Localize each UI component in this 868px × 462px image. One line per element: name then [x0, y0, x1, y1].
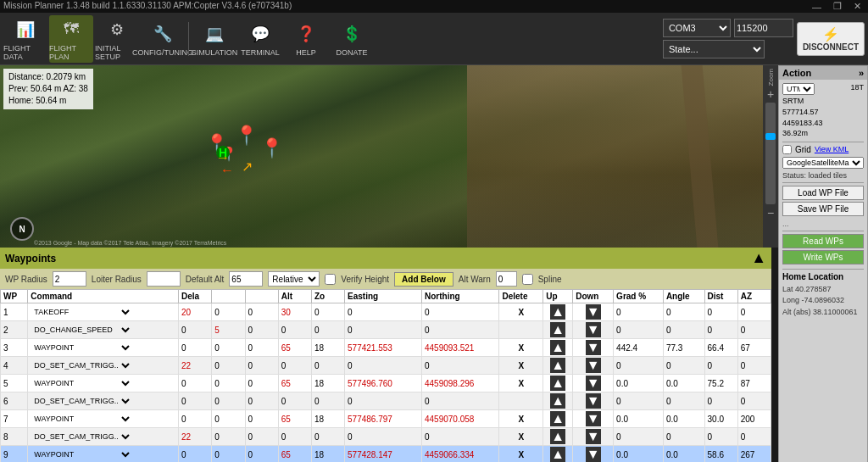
- cell-delete[interactable]: X: [499, 357, 543, 375]
- cell-command[interactable]: DO_SET_CAM_TRIGG...: [28, 428, 179, 446]
- zoom-in-button[interactable]: +: [767, 87, 774, 101]
- up-arrow[interactable]: ▲: [550, 393, 565, 409]
- spline-checkbox[interactable]: [522, 274, 533, 285]
- command-select[interactable]: DO_SET_CAM_TRIGG...: [31, 360, 132, 370]
- cell-command[interactable]: WAYPOINT: [28, 446, 179, 463]
- coord-system-select[interactable]: UTM: [782, 83, 815, 95]
- action-expand-icon[interactable]: »: [859, 68, 864, 78]
- save-wp-button[interactable]: Save WP File: [782, 202, 864, 216]
- help-button[interactable]: ❓ HELP: [284, 15, 328, 63]
- altitude-mode-select[interactable]: Relative Absolute: [268, 271, 320, 287]
- down-arrow[interactable]: ▼: [586, 304, 601, 320]
- cell-delete[interactable]: X: [499, 339, 543, 357]
- default-alt-input[interactable]: [229, 271, 263, 287]
- read-wps-button[interactable]: Read WPs: [782, 234, 864, 248]
- command-select[interactable]: DO_SET_CAM_TRIGG...: [31, 431, 132, 442]
- command-select[interactable]: DO_SET_CAM_TRIGG...: [31, 396, 132, 406]
- cell-command[interactable]: DO_SET_CAM_TRIGG...: [28, 357, 179, 375]
- up-arrow[interactable]: ▲: [550, 447, 565, 462]
- up-arrow[interactable]: ▲: [550, 304, 565, 320]
- cell-delete[interactable]: X: [499, 410, 543, 428]
- down-arrow[interactable]: ▼: [586, 447, 601, 462]
- up-arrow[interactable]: ▲: [550, 376, 565, 391]
- disconnect-button[interactable]: ⚡ DISCONNECT: [797, 22, 865, 56]
- alt-warn-input[interactable]: [496, 271, 517, 287]
- cell-command[interactable]: DO_CHANGE_SPEED: [28, 321, 179, 339]
- view-kml-link[interactable]: View KML: [815, 145, 849, 153]
- flight-data-button[interactable]: 📊 FLIGHT DATA: [3, 15, 47, 63]
- cell-command[interactable]: WAYPOINT: [28, 339, 179, 357]
- cell-delete[interactable]: [499, 321, 543, 339]
- flight-plan-button[interactable]: 🗺 FLIGHT PLAN: [49, 15, 93, 63]
- verify-height-checkbox[interactable]: [325, 274, 336, 285]
- cell-up[interactable]: ▲: [543, 410, 573, 428]
- cell-up[interactable]: ▲: [543, 375, 573, 392]
- command-select[interactable]: WAYPOINT: [31, 449, 132, 459]
- down-arrow[interactable]: ▼: [586, 429, 601, 444]
- cell-delete[interactable]: X: [499, 446, 543, 463]
- cell-command[interactable]: DO_SET_CAM_TRIGG...: [28, 392, 179, 410]
- add-below-button[interactable]: Add Below: [394, 272, 453, 287]
- down-arrow[interactable]: ▼: [586, 376, 601, 391]
- baud-rate-input[interactable]: 115200: [734, 19, 793, 37]
- down-arrow[interactable]: ▼: [586, 322, 601, 337]
- wp-radius-input[interactable]: 2: [53, 271, 86, 287]
- cell-down[interactable]: ▼: [573, 428, 614, 446]
- command-select[interactable]: WAYPOINT: [31, 378, 132, 388]
- minimize-button[interactable]: —: [809, 1, 825, 12]
- grid-checkbox[interactable]: [782, 145, 792, 154]
- map-view[interactable]: 📍 📍 📍 📍 H → ↗ ← N ©2013 Google - Map dat…: [0, 65, 778, 248]
- loiter-radius-input[interactable]: [147, 271, 181, 287]
- close-button[interactable]: ✕: [850, 1, 865, 12]
- down-arrow[interactable]: ▼: [586, 393, 601, 409]
- cell-delete[interactable]: X: [499, 428, 543, 446]
- down-arrow[interactable]: ▼: [586, 411, 601, 426]
- cell-command[interactable]: WAYPOINT: [28, 410, 179, 428]
- cell-command[interactable]: TAKEOFF: [28, 303, 179, 321]
- cell-up[interactable]: ▲: [543, 303, 573, 321]
- waypoints-table-container[interactable]: WP Command Dela Alt Zo Easting Northing …: [0, 289, 771, 462]
- cell-delete[interactable]: X: [499, 303, 543, 321]
- cell-down[interactable]: ▼: [573, 303, 614, 321]
- write-wps-button[interactable]: Write WPs: [782, 250, 864, 264]
- command-select[interactable]: WAYPOINT: [31, 414, 132, 424]
- cell-up[interactable]: ▲: [543, 428, 573, 446]
- cell-up[interactable]: ▲: [543, 392, 573, 410]
- up-arrow[interactable]: ▲: [550, 358, 565, 373]
- cell-down[interactable]: ▼: [573, 321, 614, 339]
- cell-up[interactable]: ▲: [543, 321, 573, 339]
- zoom-slider[interactable]: [765, 103, 776, 204]
- cell-up[interactable]: ▲: [543, 339, 573, 357]
- state-select[interactable]: State...: [663, 40, 765, 58]
- down-arrow[interactable]: ▼: [586, 340, 601, 355]
- simulation-button[interactable]: 💻 SIMULATION: [192, 15, 236, 63]
- command-select[interactable]: DO_CHANGE_SPEED: [31, 325, 132, 335]
- down-arrow[interactable]: ▼: [586, 358, 601, 373]
- terminal-button[interactable]: 💬 TERMINAL: [238, 15, 282, 63]
- command-select[interactable]: WAYPOINT: [31, 342, 132, 353]
- up-arrow[interactable]: ▲: [550, 340, 565, 355]
- cell-down[interactable]: ▼: [573, 392, 614, 410]
- cell-up[interactable]: ▲: [543, 446, 573, 463]
- waypoints-collapse[interactable]: ▲: [751, 249, 766, 267]
- cell-down[interactable]: ▼: [573, 339, 614, 357]
- load-wp-button[interactable]: Load WP File: [782, 186, 864, 200]
- up-arrow[interactable]: ▲: [550, 411, 565, 426]
- cell-delete[interactable]: X: [499, 375, 543, 392]
- com-port-select[interactable]: COM3: [663, 19, 731, 37]
- up-arrow[interactable]: ▲: [550, 429, 565, 444]
- cell-down[interactable]: ▼: [573, 446, 614, 463]
- cell-down[interactable]: ▼: [573, 375, 614, 392]
- command-select[interactable]: TAKEOFF: [31, 307, 132, 317]
- zoom-out-button[interactable]: −: [767, 206, 774, 220]
- up-arrow[interactable]: ▲: [550, 322, 565, 337]
- maximize-button[interactable]: ❐: [830, 1, 845, 12]
- cell-command[interactable]: WAYPOINT: [28, 375, 179, 392]
- donate-button[interactable]: 💲 DONATE: [330, 15, 374, 63]
- config-tuning-button[interactable]: 🔧 CONFIG/TUNING: [141, 15, 185, 63]
- map-type-select[interactable]: GoogleSatelliteMap: [782, 157, 864, 169]
- cell-down[interactable]: ▼: [573, 357, 614, 375]
- cell-up[interactable]: ▲: [543, 357, 573, 375]
- cell-delete[interactable]: [499, 392, 543, 410]
- cell-down[interactable]: ▼: [573, 410, 614, 428]
